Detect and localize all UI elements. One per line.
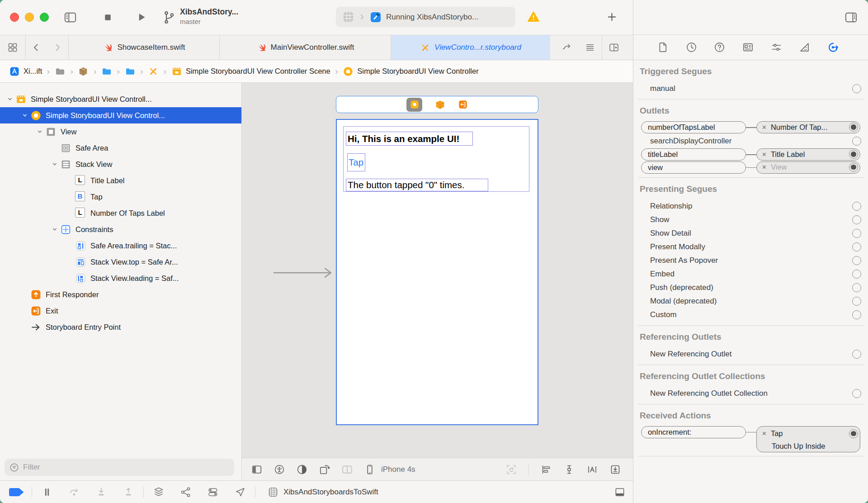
connection-row[interactable]: titleLabel✕Title Label xyxy=(641,148,860,161)
filter-input[interactable]: Filter xyxy=(5,459,234,476)
outline-row[interactable]: First Responder xyxy=(0,286,241,303)
exit-icon[interactable] xyxy=(458,100,468,109)
scheme-status-pill[interactable]: Running XibsAndStorybo... xyxy=(336,7,515,27)
outline-row[interactable]: Exit xyxy=(0,303,241,319)
inspector-row[interactable]: Show xyxy=(650,213,861,227)
breadcrumb-item[interactable] xyxy=(78,66,89,77)
disclosure-chevron-icon[interactable] xyxy=(49,224,60,235)
outline-row[interactable]: Storyboard Entry Point xyxy=(0,319,241,335)
disconnect-icon[interactable]: ✕ xyxy=(762,164,767,171)
connection-well[interactable] xyxy=(852,137,861,146)
connection-well[interactable] xyxy=(852,389,861,398)
insp-file-icon[interactable] xyxy=(657,41,669,53)
outline-row[interactable]: Constraints xyxy=(0,221,241,237)
connection-name-pill[interactable]: view xyxy=(641,161,746,174)
phone-icon[interactable] xyxy=(364,464,376,475)
disconnect-icon[interactable]: ✕ xyxy=(762,151,767,158)
connection-target-pill[interactable]: ✕TapTouch Up Inside xyxy=(756,426,860,452)
inspector-row[interactable]: Relationship xyxy=(650,199,861,213)
inspector-row[interactable]: Present As Popover xyxy=(650,254,861,267)
disconnect-icon[interactable]: ✕ xyxy=(762,430,767,437)
breadcrumb-item[interactable]: Simple StoryboardUI View Controller xyxy=(343,66,478,77)
breadcrumb-item[interactable] xyxy=(101,66,112,77)
disclosure-chevron-icon[interactable] xyxy=(5,94,15,104)
connection-well[interactable] xyxy=(852,202,861,211)
connection-name-pill[interactable]: numberOfTapsLabel xyxy=(641,121,746,133)
resolve-icon[interactable] xyxy=(586,464,598,475)
forward-button[interactable] xyxy=(47,35,68,60)
add-tab-icon[interactable] xyxy=(606,11,618,23)
connection-well[interactable] xyxy=(849,150,858,159)
debug-session[interactable]: XibsAndStoryboardsToSwift xyxy=(267,486,378,498)
connection-well[interactable] xyxy=(849,123,858,132)
inspector-row[interactable]: Embed xyxy=(650,267,861,281)
split-2-icon[interactable] xyxy=(341,464,353,475)
warning-icon[interactable] xyxy=(527,10,540,23)
view-hierarchy-icon[interactable] xyxy=(153,486,165,498)
insp-attrs-icon[interactable] xyxy=(770,41,783,53)
inspector-row[interactable]: searchDisplayController xyxy=(650,134,861,148)
step-into-icon[interactable] xyxy=(95,486,107,498)
stop-icon[interactable] xyxy=(102,12,113,23)
outline-row[interactable]: Stack View.top = Safe Ar... xyxy=(0,254,241,270)
taps-count-label[interactable]: The button tapped "0" times. xyxy=(346,179,488,191)
connection-well[interactable] xyxy=(852,270,861,279)
accessibility-icon[interactable] xyxy=(274,464,285,475)
outline-row[interactable]: View xyxy=(0,123,241,140)
pin-icon[interactable] xyxy=(563,464,575,475)
outline-row[interactable]: Safe Area.trailing = Stac... xyxy=(0,237,241,254)
back-button[interactable] xyxy=(26,35,47,60)
selected-scene-item[interactable] xyxy=(406,98,422,112)
outline-row[interactable]: Stack View.leading = Saf... xyxy=(0,270,241,286)
memory-graph-icon[interactable] xyxy=(180,486,192,498)
outline-row[interactable]: LTitle Label xyxy=(0,172,241,189)
disclosure-chevron-icon[interactable] xyxy=(34,126,45,137)
minimize-button[interactable] xyxy=(25,13,34,22)
tab-overview-button[interactable] xyxy=(0,35,25,60)
connection-row[interactable]: numberOfTapsLabel✕Number Of Tap... xyxy=(641,121,860,133)
step-out-icon[interactable] xyxy=(123,486,134,498)
console-toggle-icon[interactable] xyxy=(614,486,626,498)
rotate-icon[interactable] xyxy=(319,464,330,475)
toggle-inspector-icon[interactable] xyxy=(844,10,858,24)
inspector-row[interactable]: Custom xyxy=(650,308,861,322)
split-plus-button[interactable] xyxy=(602,35,626,60)
connection-well[interactable] xyxy=(849,429,858,438)
zoom-fit-icon[interactable] xyxy=(505,464,517,475)
disclosure-chevron-icon[interactable] xyxy=(19,110,30,121)
inspector-row[interactable]: Show Detail xyxy=(650,227,861,240)
insp-identity-icon[interactable] xyxy=(742,41,754,53)
breadcrumb-item[interactable]: Xi...ift xyxy=(9,66,42,77)
connection-well[interactable] xyxy=(849,163,858,172)
inspector-row[interactable]: New Referencing Outlet Collection xyxy=(650,387,861,400)
outline-row[interactable]: LNumber Of Taps Label xyxy=(0,205,241,221)
connection-well[interactable] xyxy=(852,297,861,306)
insp-size-icon[interactable] xyxy=(798,41,811,53)
storyboard-canvas[interactable]: Hi, This is an example UI! Tap The butto… xyxy=(242,83,633,480)
connection-well[interactable] xyxy=(852,229,861,238)
disconnect-icon[interactable]: ✕ xyxy=(762,124,767,131)
inspector-row[interactable]: New Referencing Outlet xyxy=(650,347,861,361)
connection-well[interactable] xyxy=(852,350,861,359)
connection-well[interactable] xyxy=(852,283,861,292)
zoom-button[interactable] xyxy=(40,13,49,22)
connection-target-pill[interactable]: ✕Number Of Tap... xyxy=(756,121,860,133)
inspector-row[interactable]: Present Modally xyxy=(650,240,861,254)
toggle-navigator-icon[interactable] xyxy=(63,10,77,24)
editor-tab[interactable]: ViewContro...r.storyboard xyxy=(391,35,550,60)
breakpoints-toggle-icon[interactable] xyxy=(7,487,25,497)
device-name[interactable]: iPhone 4s xyxy=(381,465,415,474)
inspector-row[interactable]: Modal (deprecated) xyxy=(650,294,861,308)
cube-icon[interactable] xyxy=(434,99,446,110)
env-overrides-icon[interactable] xyxy=(207,486,219,498)
connection-row[interactable]: onIncrement:✕TapTouch Up Inside xyxy=(641,426,860,452)
editor-left-icon[interactable] xyxy=(251,464,263,475)
pause-icon[interactable] xyxy=(41,486,53,498)
location-icon[interactable] xyxy=(234,486,246,498)
outline-row[interactable]: Safe Area xyxy=(0,140,241,156)
view-controller-view[interactable]: Hi, This is an example UI! Tap The butto… xyxy=(336,119,538,425)
breadcrumb-item[interactable] xyxy=(55,66,66,77)
outline-row[interactable]: Stack View xyxy=(0,156,241,172)
lines-button[interactable] xyxy=(578,35,602,60)
breadcrumb-item[interactable] xyxy=(148,66,159,77)
